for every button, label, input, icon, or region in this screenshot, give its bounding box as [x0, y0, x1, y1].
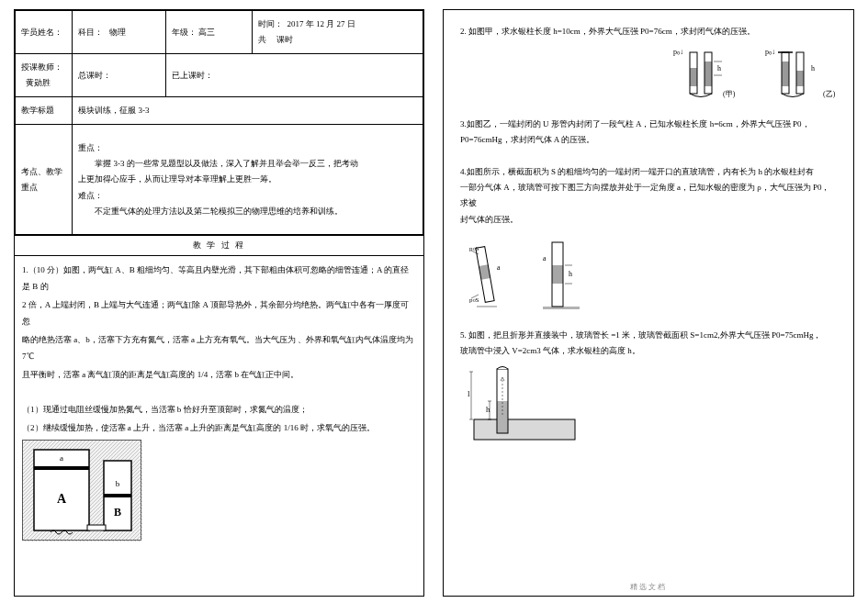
- svg-rect-8: [690, 68, 697, 86]
- grade-label: 年级：: [172, 28, 197, 37]
- student-name-cell: 学员姓名：: [16, 11, 73, 54]
- page-right: 2. 如图甲，求水银柱长度 h=10cm，外界大气压强 P0=76cm，求封闭气…: [443, 9, 854, 597]
- question-3: 3.如图乙，一端封闭的 U 形管内封闭了一段气柱 A，已知水银柱长度 h=6cm…: [460, 117, 837, 148]
- time-cell: 时间： 2017 年 12 月 27 日 共 课时: [252, 11, 423, 54]
- grade-cell: 年级： 高三: [165, 11, 252, 54]
- subject-cell: 科目： 物理: [73, 11, 165, 54]
- teacher-value: 黄勋胜: [26, 78, 51, 87]
- label-a: a: [60, 453, 63, 463]
- grade-value: 高三: [198, 28, 215, 37]
- left-body: 1.（10 分）如图，两气缸 A、B 粗细均匀、等高且内壁光滑，其下部粗由体积可…: [15, 256, 423, 546]
- q1-sub2: （2）继续缓慢加热，使活塞 a 上升，当活塞 a 上升的距离是气缸高度的 1/1…: [22, 419, 416, 436]
- svg-rect-2: [34, 466, 89, 470]
- attended-lessons-cell: 已上课时：: [165, 54, 423, 97]
- svg-rect-4: [104, 494, 131, 497]
- question-4: 4.如图所示，横截面积为 S 的粗细均匀的一端封闭一端开口的直玻璃管，内有长为 …: [460, 164, 837, 310]
- periods-label: 共: [258, 35, 266, 44]
- q2-mark1: (甲): [723, 90, 736, 98]
- q2-mark2: (乙): [823, 90, 836, 98]
- keypoint-line2: 上更加得心应手，从而让理导对本章理解上更胜一筹。: [78, 172, 417, 187]
- q1-sub1: （1）现通过电阻丝缓慢加热氮气，当活塞 b 恰好升至顶部时，求氮气的温度；: [22, 401, 416, 418]
- q1-line2: 2 倍，A 上端封闭，B 上端与大气连通；两气缸除 A 顶部导热外，其余部分均绝…: [22, 296, 416, 329]
- teacher-cell: 授课教师： 黄勋胜: [16, 54, 73, 97]
- svg-text:h: h: [811, 64, 815, 73]
- difficult-value: 不定重气体的处理方法以及第二轮模拟三的物理思维的培养和训练。: [78, 204, 417, 219]
- figure-4-tubes: p₀S p₀S a h a: [460, 233, 598, 311]
- cylinder-diagram-icon: a A b B: [23, 441, 142, 541]
- teacher-label: 授课教师：: [21, 62, 62, 72]
- keypoint-intro: 重点：: [78, 140, 417, 156]
- q5-line1: 5. 如图，把且折形并直接装中，玻璃管长 =1 米，玻璃管截面积 S=1cm2,…: [460, 328, 837, 343]
- label-B: B: [114, 506, 121, 519]
- difficult-intro: 难点：: [78, 188, 417, 204]
- keypoint-content-cell: 重点： 掌握 3-3 的一些常见题型以及做法，深入了解并且举会举一反三，把考动 …: [73, 125, 423, 235]
- label-b: b: [116, 479, 120, 488]
- footer: 精选文档: [444, 582, 853, 592]
- svg-rect-5: [87, 525, 106, 530]
- svg-rect-9: [705, 61, 712, 86]
- page-left: 学员姓名： 科目： 物理 年级： 高三 时间： 2017 年 12 月 27 日…: [14, 9, 424, 597]
- figure-1-cylinders: a A b B: [22, 440, 141, 541]
- time-label: 时间：: [258, 19, 283, 28]
- figure-2-utubes: p₀↓ h (甲) p₀↓ h (乙): [460, 45, 837, 100]
- svg-text:p₀↓: p₀↓: [765, 48, 775, 56]
- svg-text:a: a: [543, 254, 547, 262]
- svg-text:l: l: [468, 389, 470, 398]
- svg-rect-28: [552, 265, 563, 284]
- goal-label-cell: 教学标题: [16, 97, 73, 125]
- q3-line2: P0=76cmHg，求封闭气体 A 的压强。: [460, 132, 837, 148]
- periods-unit: 课时: [276, 35, 293, 44]
- goal-value-cell: 模块训练，征服 3-3: [73, 97, 423, 125]
- q4-line2: 一部分气体 A，玻璃管可按下图三方向摆放并处于一定角度 a，已知水银的密度为 ρ…: [460, 180, 837, 211]
- question-5: 5. 如图，把且折形并直接装中，玻璃管长 =1 米，玻璃管截面积 S=1cm2,…: [460, 328, 837, 447]
- svg-text:p₀S: p₀S: [469, 296, 479, 304]
- q1-line1: 1.（10 分）如图，两气缸 A、B 粗细均匀、等高且内壁光滑，其下部粗由体积可…: [22, 262, 416, 295]
- q1-line3: 略的绝热活塞 a、b，活塞下方充有氮气，活塞 a 上方充有氧气。当大气压为 、外…: [22, 331, 416, 364]
- question-2: 2. 如图甲，求水银柱长度 h=10cm，外界大气压强 P0=76cm，求封闭气…: [460, 24, 837, 100]
- figure-5-tube: l h: [460, 364, 589, 447]
- svg-text:a: a: [497, 263, 501, 272]
- subject-value: 物理: [109, 28, 126, 37]
- svg-text:p₀↓: p₀↓: [673, 48, 683, 56]
- label-A: A: [57, 492, 67, 506]
- svg-text:h: h: [717, 64, 721, 73]
- q2-text: 2. 如图甲，求水银柱长度 h=10cm，外界大气压强 P0=76cm，求封闭气…: [460, 24, 837, 39]
- q4-line1: 4.如图所示，横截面积为 S 的粗细均匀的一端封闭一端开口的直玻璃管，内有长为 …: [460, 164, 837, 180]
- lesson-header-table: 学员姓名： 科目： 物理 年级： 高三 时间： 2017 年 12 月 27 日…: [15, 10, 423, 235]
- q3-line1: 3.如图乙，一端封闭的 U 形管内封闭了一段气柱 A，已知水银柱长度 h=6cm…: [460, 117, 837, 132]
- process-title: 教 学 过 程: [15, 235, 423, 256]
- svg-rect-16: [782, 61, 789, 86]
- total-lessons-cell: 总课时：: [73, 54, 165, 97]
- q5-line2: 玻璃管中浸入 V=2cm3 气体，求水银柱的高度 h。: [460, 343, 837, 359]
- svg-rect-17: [796, 71, 804, 86]
- svg-text:h: h: [569, 270, 572, 278]
- subject-label: 科目：: [78, 28, 103, 37]
- q1-line4: 且平衡时，活塞 a 离气缸顶的距离是气缸高度的 1/4，活塞 b 在气缸正中间。: [22, 366, 416, 383]
- svg-rect-35: [474, 419, 575, 440]
- time-value: 2017 年 12 月 27 日: [287, 19, 355, 28]
- q4-line3: 封气体的压强。: [460, 212, 837, 228]
- svg-rect-33: [543, 307, 580, 309]
- keypoint-line1: 掌握 3-3 的一些常见题型以及做法，深入了解并且举会举一反三，把考动: [78, 156, 417, 172]
- svg-text:p₀S: p₀S: [469, 245, 479, 252]
- keypoint-label-cell: 考点、教学重点: [16, 125, 73, 235]
